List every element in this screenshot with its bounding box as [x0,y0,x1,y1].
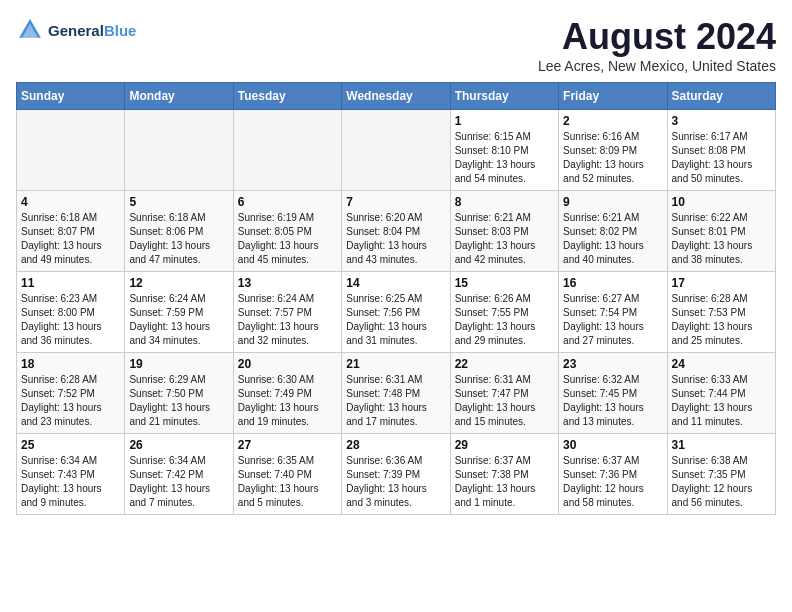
day-info: Sunrise: 6:19 AM Sunset: 8:05 PM Dayligh… [238,211,337,267]
calendar-week-row: 18Sunrise: 6:28 AM Sunset: 7:52 PM Dayli… [17,353,776,434]
day-number: 5 [129,195,228,209]
day-number: 22 [455,357,554,371]
day-info: Sunrise: 6:15 AM Sunset: 8:10 PM Dayligh… [455,130,554,186]
day-info: Sunrise: 6:16 AM Sunset: 8:09 PM Dayligh… [563,130,662,186]
main-title: August 2024 [538,16,776,58]
day-info: Sunrise: 6:21 AM Sunset: 8:02 PM Dayligh… [563,211,662,267]
calendar-cell: 11Sunrise: 6:23 AM Sunset: 8:00 PM Dayli… [17,272,125,353]
calendar-cell: 16Sunrise: 6:27 AM Sunset: 7:54 PM Dayli… [559,272,667,353]
day-number: 31 [672,438,771,452]
calendar-header-row: SundayMondayTuesdayWednesdayThursdayFrid… [17,83,776,110]
day-info: Sunrise: 6:23 AM Sunset: 8:00 PM Dayligh… [21,292,120,348]
day-number: 27 [238,438,337,452]
day-info: Sunrise: 6:35 AM Sunset: 7:40 PM Dayligh… [238,454,337,510]
day-number: 24 [672,357,771,371]
day-number: 17 [672,276,771,290]
calendar-cell: 20Sunrise: 6:30 AM Sunset: 7:49 PM Dayli… [233,353,341,434]
calendar-cell: 2Sunrise: 6:16 AM Sunset: 8:09 PM Daylig… [559,110,667,191]
logo-text: GeneralBlue [48,22,136,39]
day-number: 20 [238,357,337,371]
calendar-cell: 31Sunrise: 6:38 AM Sunset: 7:35 PM Dayli… [667,434,775,515]
calendar-cell: 7Sunrise: 6:20 AM Sunset: 8:04 PM Daylig… [342,191,450,272]
calendar-cell: 23Sunrise: 6:32 AM Sunset: 7:45 PM Dayli… [559,353,667,434]
day-number: 21 [346,357,445,371]
day-number: 6 [238,195,337,209]
day-info: Sunrise: 6:21 AM Sunset: 8:03 PM Dayligh… [455,211,554,267]
day-info: Sunrise: 6:29 AM Sunset: 7:50 PM Dayligh… [129,373,228,429]
day-info: Sunrise: 6:32 AM Sunset: 7:45 PM Dayligh… [563,373,662,429]
calendar-cell: 21Sunrise: 6:31 AM Sunset: 7:48 PM Dayli… [342,353,450,434]
day-number: 1 [455,114,554,128]
page-header: GeneralBlue August 2024 Lee Acres, New M… [16,16,776,74]
day-number: 11 [21,276,120,290]
calendar-cell: 28Sunrise: 6:36 AM Sunset: 7:39 PM Dayli… [342,434,450,515]
calendar-week-row: 11Sunrise: 6:23 AM Sunset: 8:00 PM Dayli… [17,272,776,353]
calendar-cell: 3Sunrise: 6:17 AM Sunset: 8:08 PM Daylig… [667,110,775,191]
calendar-cell: 18Sunrise: 6:28 AM Sunset: 7:52 PM Dayli… [17,353,125,434]
calendar-cell: 8Sunrise: 6:21 AM Sunset: 8:03 PM Daylig… [450,191,558,272]
day-number: 14 [346,276,445,290]
calendar-cell: 27Sunrise: 6:35 AM Sunset: 7:40 PM Dayli… [233,434,341,515]
calendar-day-header: Wednesday [342,83,450,110]
day-info: Sunrise: 6:17 AM Sunset: 8:08 PM Dayligh… [672,130,771,186]
day-number: 26 [129,438,228,452]
calendar-cell: 22Sunrise: 6:31 AM Sunset: 7:47 PM Dayli… [450,353,558,434]
calendar-cell: 17Sunrise: 6:28 AM Sunset: 7:53 PM Dayli… [667,272,775,353]
calendar-cell: 6Sunrise: 6:19 AM Sunset: 8:05 PM Daylig… [233,191,341,272]
calendar-cell [342,110,450,191]
day-info: Sunrise: 6:31 AM Sunset: 7:48 PM Dayligh… [346,373,445,429]
calendar-day-header: Sunday [17,83,125,110]
day-info: Sunrise: 6:38 AM Sunset: 7:35 PM Dayligh… [672,454,771,510]
day-info: Sunrise: 6:25 AM Sunset: 7:56 PM Dayligh… [346,292,445,348]
day-info: Sunrise: 6:18 AM Sunset: 8:06 PM Dayligh… [129,211,228,267]
calendar-cell: 5Sunrise: 6:18 AM Sunset: 8:06 PM Daylig… [125,191,233,272]
calendar-cell: 10Sunrise: 6:22 AM Sunset: 8:01 PM Dayli… [667,191,775,272]
calendar-cell: 1Sunrise: 6:15 AM Sunset: 8:10 PM Daylig… [450,110,558,191]
day-info: Sunrise: 6:37 AM Sunset: 7:38 PM Dayligh… [455,454,554,510]
logo: GeneralBlue [16,16,136,44]
day-info: Sunrise: 6:28 AM Sunset: 7:52 PM Dayligh… [21,373,120,429]
day-number: 16 [563,276,662,290]
day-number: 12 [129,276,228,290]
calendar-week-row: 25Sunrise: 6:34 AM Sunset: 7:43 PM Dayli… [17,434,776,515]
calendar-day-header: Monday [125,83,233,110]
day-info: Sunrise: 6:26 AM Sunset: 7:55 PM Dayligh… [455,292,554,348]
day-number: 29 [455,438,554,452]
day-number: 3 [672,114,771,128]
day-number: 4 [21,195,120,209]
day-info: Sunrise: 6:24 AM Sunset: 7:57 PM Dayligh… [238,292,337,348]
day-number: 23 [563,357,662,371]
day-info: Sunrise: 6:20 AM Sunset: 8:04 PM Dayligh… [346,211,445,267]
day-number: 13 [238,276,337,290]
day-number: 18 [21,357,120,371]
day-info: Sunrise: 6:28 AM Sunset: 7:53 PM Dayligh… [672,292,771,348]
day-number: 25 [21,438,120,452]
calendar-cell: 19Sunrise: 6:29 AM Sunset: 7:50 PM Dayli… [125,353,233,434]
calendar-cell: 9Sunrise: 6:21 AM Sunset: 8:02 PM Daylig… [559,191,667,272]
calendar-cell: 12Sunrise: 6:24 AM Sunset: 7:59 PM Dayli… [125,272,233,353]
calendar-cell: 15Sunrise: 6:26 AM Sunset: 7:55 PM Dayli… [450,272,558,353]
calendar-day-header: Thursday [450,83,558,110]
calendar-cell [17,110,125,191]
calendar-cell: 13Sunrise: 6:24 AM Sunset: 7:57 PM Dayli… [233,272,341,353]
calendar-day-header: Saturday [667,83,775,110]
day-info: Sunrise: 6:31 AM Sunset: 7:47 PM Dayligh… [455,373,554,429]
calendar-cell: 26Sunrise: 6:34 AM Sunset: 7:42 PM Dayli… [125,434,233,515]
day-info: Sunrise: 6:18 AM Sunset: 8:07 PM Dayligh… [21,211,120,267]
day-number: 7 [346,195,445,209]
logo-icon [16,16,44,44]
calendar-cell [233,110,341,191]
calendar-week-row: 1Sunrise: 6:15 AM Sunset: 8:10 PM Daylig… [17,110,776,191]
calendar-week-row: 4Sunrise: 6:18 AM Sunset: 8:07 PM Daylig… [17,191,776,272]
calendar-day-header: Friday [559,83,667,110]
calendar-cell: 29Sunrise: 6:37 AM Sunset: 7:38 PM Dayli… [450,434,558,515]
day-info: Sunrise: 6:36 AM Sunset: 7:39 PM Dayligh… [346,454,445,510]
calendar-cell: 14Sunrise: 6:25 AM Sunset: 7:56 PM Dayli… [342,272,450,353]
calendar-day-header: Tuesday [233,83,341,110]
day-number: 15 [455,276,554,290]
day-info: Sunrise: 6:27 AM Sunset: 7:54 PM Dayligh… [563,292,662,348]
calendar-table: SundayMondayTuesdayWednesdayThursdayFrid… [16,82,776,515]
day-info: Sunrise: 6:30 AM Sunset: 7:49 PM Dayligh… [238,373,337,429]
day-info: Sunrise: 6:33 AM Sunset: 7:44 PM Dayligh… [672,373,771,429]
day-number: 10 [672,195,771,209]
